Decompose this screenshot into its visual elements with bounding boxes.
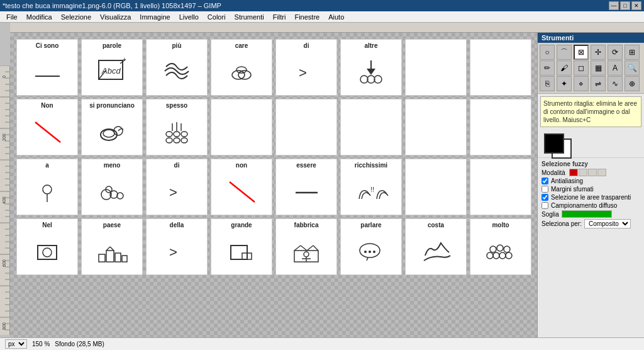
svg-point-61 bbox=[373, 251, 375, 253]
card-costa[interactable]: costa bbox=[405, 218, 467, 275]
svg-rect-44 bbox=[122, 256, 127, 262]
panel-row-margini: Margini sfumati bbox=[541, 186, 640, 193]
tool-crop[interactable]: ⊠ bbox=[574, 45, 589, 60]
menu-modifica[interactable]: Modifica bbox=[23, 13, 56, 21]
svg-point-14 bbox=[367, 76, 375, 83]
tooltip-box: Strumento ritaglia: elimina le aree di c… bbox=[540, 96, 641, 127]
svg-line-36 bbox=[230, 182, 255, 202]
checkbox-margini[interactable] bbox=[541, 186, 548, 193]
tool-transform[interactable]: ⟳ bbox=[608, 45, 623, 60]
tool-path[interactable]: ∿ bbox=[608, 76, 623, 91]
tool-zoom[interactable]: ⊕ bbox=[625, 76, 640, 91]
card-meno[interactable]: meno bbox=[81, 159, 143, 215]
menu-aiuto[interactable]: Aiuto bbox=[325, 13, 348, 21]
card-fabbrica[interactable]: fabbrica bbox=[275, 218, 337, 275]
card-spesso[interactable]: spesso bbox=[146, 99, 208, 155]
svg-point-60 bbox=[369, 251, 371, 253]
card-grande[interactable]: grande bbox=[211, 218, 272, 275]
card-label-paese: paese bbox=[84, 222, 140, 229]
menu-file[interactable]: File bbox=[3, 13, 21, 21]
svg-text:>: > bbox=[169, 244, 177, 260]
tool-lasso[interactable]: ⌒ bbox=[557, 45, 572, 60]
label-soglia: Soglia bbox=[541, 211, 559, 218]
card-si-pronunciano[interactable]: si pronunciano bbox=[81, 99, 143, 155]
card-ricchissimi[interactable]: ricchissimi !! bbox=[340, 159, 402, 215]
card-icon-costa bbox=[408, 229, 464, 272]
ruler-horizontal: /* ruler ticks drawn inline below */ bbox=[10, 23, 644, 33]
unit-select[interactable]: px bbox=[5, 339, 27, 349]
card-non[interactable]: Non bbox=[16, 99, 78, 155]
foreground-color[interactable] bbox=[544, 133, 564, 154]
card-nel[interactable]: Nel bbox=[16, 218, 78, 275]
mode-btn-1[interactable] bbox=[569, 169, 578, 176]
color-swatch-area[interactable] bbox=[538, 130, 644, 157]
tool-brush[interactable]: 🖌 bbox=[557, 60, 572, 76]
mode-btn-4[interactable] bbox=[597, 169, 606, 176]
card-di-1[interactable]: di > bbox=[275, 39, 337, 96]
label-selezione: Selezione le aree trasparenti bbox=[551, 194, 631, 201]
tool-move[interactable]: ✢ bbox=[591, 45, 606, 60]
label-seleziona: Seleziona per: bbox=[541, 220, 582, 227]
card-care[interactable]: care bbox=[211, 39, 272, 96]
tool-clone[interactable]: ⎘ bbox=[540, 76, 555, 91]
card-ci-sono[interactable]: Ci sono bbox=[16, 39, 78, 96]
menu-immagine[interactable]: Immagine bbox=[136, 13, 174, 21]
checkbox-selezione[interactable] bbox=[541, 194, 548, 201]
menu-colori[interactable]: Colori bbox=[204, 13, 230, 21]
card-label-piu: più bbox=[149, 42, 204, 50]
card-label-altre: altre bbox=[343, 42, 399, 50]
card-non-2[interactable]: non bbox=[211, 159, 272, 215]
card-altre[interactable]: altre bbox=[340, 39, 402, 96]
tool-heal[interactable]: ✦ bbox=[557, 76, 572, 91]
mode-btn-2[interactable] bbox=[579, 169, 587, 176]
checkbox-antialiasing[interactable] bbox=[541, 178, 548, 184]
menu-strumenti[interactable]: Strumenti bbox=[231, 13, 268, 21]
tool-flip[interactable]: ⇌ bbox=[591, 76, 606, 91]
svg-line-52 bbox=[301, 246, 307, 251]
fuzzy-select-section: Selezione fuzzy Modalità Antialiasing Ma… bbox=[538, 157, 644, 232]
svg-rect-42 bbox=[106, 251, 114, 262]
svg-rect-41 bbox=[99, 254, 105, 262]
menu-filtri[interactable]: Filtri bbox=[269, 13, 290, 21]
card-parlare[interactable]: parlare bbox=[340, 218, 402, 275]
seleziona-dropdown[interactable]: Composito bbox=[584, 219, 631, 229]
minimize-button[interactable]: — bbox=[609, 1, 619, 10]
card-empty-6 bbox=[405, 99, 467, 155]
card-icon-ricchissimi: !! bbox=[343, 169, 399, 212]
menu-finestre[interactable]: Finestre bbox=[291, 13, 323, 21]
mode-btn-3[interactable] bbox=[588, 169, 597, 176]
card-molto[interactable]: molto bbox=[470, 218, 531, 275]
menu-visualizza[interactable]: Visualizza bbox=[96, 13, 135, 21]
svg-text:>: > bbox=[169, 184, 177, 200]
svg-text:+: + bbox=[123, 57, 126, 63]
tool-eyedrop[interactable]: 🔍 bbox=[625, 60, 640, 76]
card-di-2[interactable]: di > bbox=[146, 159, 208, 215]
tool-fill[interactable]: ▦ bbox=[591, 60, 606, 76]
menu-livello[interactable]: Livello bbox=[175, 13, 203, 21]
tool-align[interactable]: ⊞ bbox=[625, 45, 640, 60]
maximize-button[interactable]: □ bbox=[620, 1, 630, 10]
card-della[interactable]: della > bbox=[146, 218, 208, 275]
tool-ellipse[interactable]: ○ bbox=[540, 45, 555, 60]
tool-text[interactable]: A bbox=[608, 60, 623, 76]
tool-pencil[interactable]: ✏ bbox=[540, 60, 555, 76]
card-piu[interactable]: più bbox=[146, 39, 208, 96]
card-essere[interactable]: essere bbox=[275, 159, 337, 215]
tool-perspective[interactable]: ⋄ bbox=[574, 76, 589, 91]
card-paese[interactable]: paese bbox=[81, 218, 143, 275]
title-bar-controls: — □ ✕ bbox=[609, 1, 641, 10]
tool-eraser[interactable]: ◻ bbox=[574, 60, 589, 76]
menu-selezione[interactable]: Selezione bbox=[57, 13, 95, 21]
svg-point-69 bbox=[506, 252, 512, 259]
card-icon-empty-2 bbox=[473, 42, 528, 93]
card-icon-altre bbox=[343, 50, 399, 93]
soglia-bar[interactable] bbox=[562, 210, 612, 218]
card-parole[interactable]: parole Abcd + bbox=[81, 39, 143, 96]
card-label-grande: grande bbox=[214, 222, 269, 229]
checkbox-campionamento[interactable] bbox=[541, 202, 548, 209]
card-a[interactable]: a bbox=[16, 159, 78, 215]
svg-point-55 bbox=[304, 252, 309, 257]
close-button[interactable]: ✕ bbox=[631, 1, 641, 10]
canvas-area[interactable]: Ci sono parole Abcd + bbox=[10, 33, 537, 347]
card-icon-paese bbox=[84, 229, 140, 272]
